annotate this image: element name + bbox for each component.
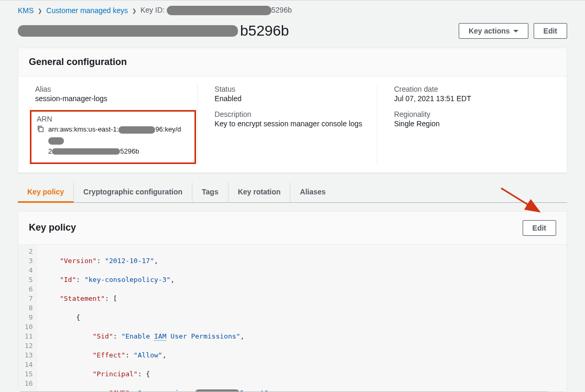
chevron-right-icon: ❯ — [132, 8, 136, 14]
status-value: Enabled — [214, 94, 370, 103]
line-gutter: 2345678910111213141516 — [18, 245, 37, 391]
redacted-text — [118, 126, 155, 134]
code-content: "Version": "2012-10-17", "Id": "key-cons… — [37, 245, 567, 391]
copy-icon[interactable] — [37, 125, 44, 134]
tabs: Key policy Cryptographic configuration T… — [18, 182, 567, 203]
tab-aliases[interactable]: Aliases — [290, 182, 335, 202]
page-title: b5296b — [18, 23, 289, 39]
edit-button[interactable]: Edit — [534, 23, 567, 39]
description-value: Key to encrypt session manager console l… — [214, 119, 370, 128]
redacted-text — [167, 6, 272, 15]
breadcrumb-current: Key ID: 5296b — [140, 6, 292, 15]
arn-value: arn:aws:kms:us-east-1:96:key/d 25296b — [48, 124, 189, 157]
general-config-title: General configuration — [29, 57, 127, 68]
policy-code-editor[interactable]: 2345678910111213141516 "Version": "2012-… — [18, 245, 567, 391]
caret-down-icon — [513, 30, 518, 32]
alias-label: Alias — [35, 85, 191, 93]
edit-policy-button[interactable]: Edit — [523, 220, 556, 236]
svg-rect-0 — [39, 128, 43, 132]
chevron-right-icon: ❯ — [38, 8, 42, 14]
tab-key-rotation[interactable]: Key rotation — [229, 182, 291, 202]
arn-label: ARN — [37, 115, 189, 123]
redacted-text — [48, 137, 64, 145]
creation-date-value: Jul 07, 2021 13:51 EDT — [394, 94, 550, 103]
breadcrumb-managed-keys[interactable]: Customer managed keys — [46, 6, 128, 15]
breadcrumb: KMS ❯ Customer managed keys ❯ Key ID: 52… — [0, 0, 585, 20]
tab-crypto-config[interactable]: Cryptographic configuration — [74, 182, 192, 202]
regionality-label: Regionality — [394, 110, 550, 118]
alias-value: session-manager-logs — [35, 94, 191, 103]
tab-tags[interactable]: Tags — [192, 182, 229, 202]
key-policy-panel: Key policy Edit 2345678910111213141516 "… — [18, 211, 567, 392]
creation-date-label: Creation date — [394, 85, 550, 93]
general-config-panel: General configuration Alias session-mana… — [18, 48, 567, 172]
redacted-text — [52, 148, 120, 155]
arn-highlight-box: ARN arn:aws:kms:us-east-1:96:key/d 25296… — [30, 110, 196, 164]
tab-key-policy[interactable]: Key policy — [18, 182, 74, 203]
key-policy-title: Key policy — [29, 222, 76, 233]
breadcrumb-kms[interactable]: KMS — [18, 6, 34, 15]
regionality-value: Single Region — [394, 119, 550, 128]
description-label: Description — [214, 110, 370, 118]
redacted-text — [18, 25, 238, 37]
key-actions-button[interactable]: Key actions — [459, 23, 528, 39]
status-label: Status — [214, 85, 370, 93]
